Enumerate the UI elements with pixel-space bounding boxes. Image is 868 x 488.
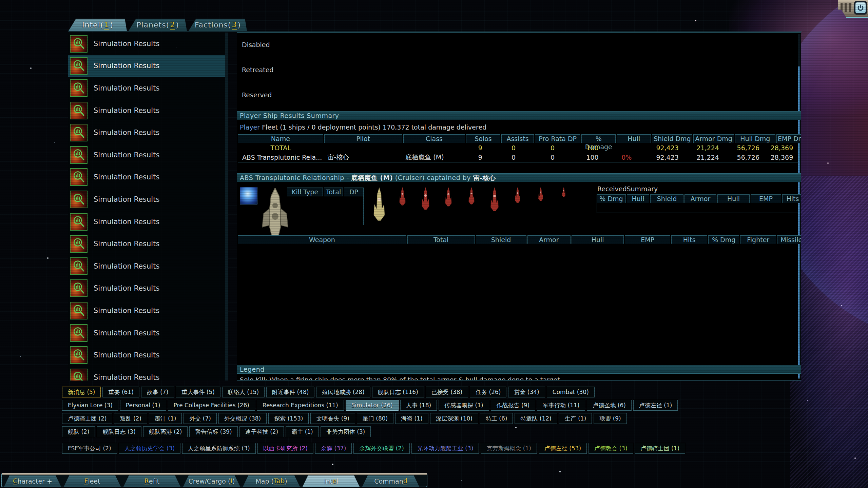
tag-filter-button[interactable]: 墨汁 (1): [149, 413, 182, 424]
tag-filter-button[interactable]: 深层深渊 (10): [430, 413, 478, 424]
command-button-intel[interactable]: Intel: [303, 475, 360, 487]
tag-filter-button[interactable]: Combat (30): [547, 387, 595, 397]
tag-filter-button[interactable]: 舰队离港 (2): [143, 426, 188, 437]
faction-filter-button[interactable]: 卢德教会 (3): [589, 443, 633, 454]
sidebar-item-simulation-results[interactable]: Simulation Results: [68, 255, 228, 277]
column-header-name: Name: [238, 134, 323, 143]
table-cell: 0: [530, 154, 575, 161]
tag-filter-button[interactable]: 赏金 (34): [508, 387, 545, 397]
sidebar-item-simulation-results[interactable]: Simulation Results: [68, 277, 228, 300]
sidebar-item-simulation-results[interactable]: Simulation Results: [68, 99, 228, 122]
faction-filter-button[interactable]: 光环动力舰船工业 (3): [411, 443, 479, 454]
sidebar-item-simulation-results[interactable]: Simulation Results: [68, 299, 228, 322]
sidebar-item-simulation-results[interactable]: Simulation Results: [68, 211, 228, 233]
faction-filter-button[interactable]: FSF军事公司 (2): [62, 443, 117, 454]
tag-filter-button[interactable]: 联盟 (9): [594, 413, 626, 424]
sidebar-item-simulation-results[interactable]: Simulation Results: [68, 121, 228, 144]
command-button-character-[interactable]: Character +: [4, 475, 61, 487]
tag-filter-button[interactable]: 舰队 (2): [62, 426, 95, 437]
tag-filter-button[interactable]: 联络人 (15): [222, 387, 265, 397]
sidebar-item-simulation-results[interactable]: Simulation Results: [68, 55, 228, 77]
column-header-emp: EMP: [625, 235, 670, 244]
tag-filter-button[interactable]: 海盗 (1): [395, 413, 428, 424]
tag-filter-button[interactable]: 故事 (7): [141, 387, 174, 397]
tag-filter-button[interactable]: 卢德圣地 (6): [587, 400, 631, 411]
tag-filter-button[interactable]: 舰队日志 (3): [97, 426, 141, 437]
faction-filter-button[interactable]: 卢德骑士团 (1): [635, 443, 685, 454]
ship-title-segment: 宙-核心: [473, 174, 496, 181]
sidebar-scrollbar[interactable]: [225, 33, 228, 380]
tag-filter-button[interactable]: 速子科技 (2): [239, 426, 284, 437]
tag-filter-button[interactable]: 人事 (18): [400, 400, 437, 411]
sidebar-item-simulation-results[interactable]: Simulation Results: [68, 233, 228, 255]
tag-filter-button[interactable]: 星门 (80): [357, 413, 393, 424]
tag-filter-button[interactable]: 作战报告 (9): [491, 400, 535, 411]
tag-filter-button[interactable]: 军事行动 (11): [537, 400, 585, 411]
tag-row: 卢德骑士团 (2)叛乱 (2)墨汁 (1)外交 (7)外交概况 (38)探索 (…: [62, 413, 808, 424]
faction-filter-button[interactable]: 余辉外交联盟 (2): [353, 443, 409, 454]
tag-filter-button[interactable]: 非势力团体 (3): [321, 426, 371, 437]
faction-filter-button[interactable]: 克劳斯姆概念 (1): [481, 443, 537, 454]
sidebar-item-simulation-results[interactable]: Simulation Results: [68, 77, 228, 99]
tag-filter-button[interactable]: 外交 (7): [184, 413, 216, 424]
tag-filter-button[interactable]: 探索 (153): [268, 413, 309, 424]
faction-filter-button[interactable]: 人之领历史学会 (3): [119, 443, 180, 454]
table-cell: 宙-核心: [323, 153, 401, 162]
tab-factions[interactable]: Factions (3): [189, 19, 247, 31]
sidebar-item-simulation-results[interactable]: Simulation Results: [68, 322, 228, 344]
faction-filter-button[interactable]: 以西卡研究所 (2): [257, 443, 313, 454]
tag-filter-button[interactable]: 霸主 (1): [286, 426, 319, 437]
faction-tag-row: FSF军事公司 (2)人之领历史学会 (3)人之领星系防御系统 (3)以西卡研究…: [62, 443, 808, 454]
tag-filter-button[interactable]: 附近事件 (48): [266, 387, 314, 397]
tag-row: 新消息 (5)重要 (61)故事 (7)重大事件 (5)联络人 (15)附近事件…: [62, 387, 808, 397]
sidebar-item-simulation-results[interactable]: Simulation Results: [68, 144, 228, 166]
tag-row: 舰队 (2)舰队日志 (3)舰队离港 (2)警告信标 (39)速子科技 (2)霸…: [62, 426, 808, 437]
command-button-fleet[interactable]: Fleet: [64, 475, 121, 487]
power-button[interactable]: [854, 1, 867, 15]
tag-filter-button[interactable]: Simulator (26): [346, 400, 399, 411]
tag-filter-button[interactable]: 卢德骑士团 (2): [62, 413, 112, 424]
command-button-map-tab-[interactable]: Map (Tab): [243, 475, 300, 487]
table-cell: 0: [497, 154, 530, 161]
tab-label: Planets: [136, 21, 166, 29]
command-label-pre: Map (: [255, 477, 274, 485]
tag-filter-button[interactable]: Elysian Lore (3): [62, 400, 118, 411]
tag-filter-button[interactable]: 特工 (6): [480, 413, 513, 424]
tag-filter-button[interactable]: 生产 (1): [559, 413, 592, 424]
column-header-total: Total: [324, 188, 343, 196]
command-button-refit[interactable]: Refit: [123, 475, 180, 487]
sidebar-item-simulation-results[interactable]: Simulation Results: [68, 33, 228, 55]
command-button-command[interactable]: Command: [362, 475, 419, 487]
tag-filter-button[interactable]: Pre Collapse Facilities (26): [168, 400, 255, 411]
tag-filter-button[interactable]: 重要 (61): [102, 387, 139, 397]
sidebar-item-label: Simulation Results: [94, 40, 159, 48]
command-label-post: ): [285, 477, 287, 485]
sidebar-item-simulation-results[interactable]: Simulation Results: [68, 166, 228, 189]
tag-filter-button[interactable]: 卢德左径 (1): [633, 400, 678, 411]
sidebar-item-simulation-results[interactable]: Simulation Results: [68, 344, 228, 366]
faction-filter-button[interactable]: 人之领星系防御系统 (3): [182, 443, 255, 454]
tag-filter-button[interactable]: 特遣队 (12): [515, 413, 557, 424]
tag-filter-button[interactable]: 新消息 (5): [62, 387, 101, 397]
tag-filter-button[interactable]: 传感器嗅探 (1): [439, 400, 489, 411]
tab-planets[interactable]: Planets (2): [129, 19, 187, 31]
tag-filter-button[interactable]: 重大事件 (5): [176, 387, 220, 397]
tag-filter-button[interactable]: 叛乱 (2): [114, 413, 147, 424]
tag-filter-button[interactable]: 殖民地威胁 (28): [316, 387, 370, 397]
command-button-crew-cargo-i-[interactable]: Crew/Cargo (I): [183, 475, 240, 487]
tag-filter-button[interactable]: 外交概况 (38): [218, 413, 267, 424]
table-row: [238, 253, 799, 262]
tag-filter-button[interactable]: 文明丧失 (9): [310, 413, 355, 424]
faction-filter-button[interactable]: 卢德左径 (53): [539, 443, 587, 454]
sidebar-item-simulation-results[interactable]: Simulation Results: [68, 188, 228, 211]
tab-intel[interactable]: Intel (1): [69, 19, 127, 31]
tag-filter-button[interactable]: Research Expeditions (11): [257, 400, 344, 411]
tag-filter-button[interactable]: 舰队日志 (116): [372, 387, 424, 397]
tag-filter-button[interactable]: 警告信标 (39): [189, 426, 237, 437]
tag-filter-button[interactable]: 任务 (26): [470, 387, 506, 397]
sidebar-item-simulation-results[interactable]: Simulation Results: [68, 366, 228, 380]
tag-filter-button[interactable]: 已接受 (38): [426, 387, 468, 397]
tag-filter-button[interactable]: Personal (1): [120, 400, 166, 411]
column-header-armor-dmg: Armor Dmg: [693, 134, 734, 143]
faction-filter-button[interactable]: 余辉 (37): [315, 443, 352, 454]
